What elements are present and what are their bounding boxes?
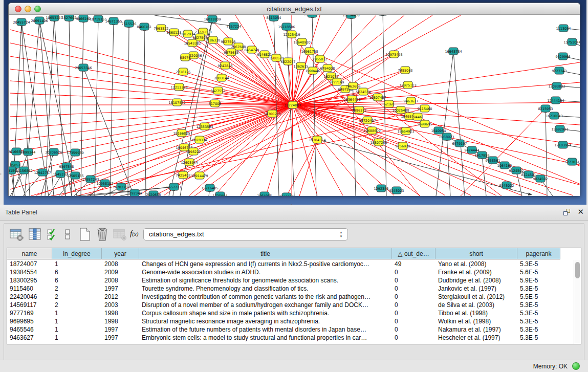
- window-titlebar[interactable]: citations_edges.txt: [9, 3, 580, 15]
- column-header-title[interactable]: title: [139, 248, 392, 259]
- network-node[interactable]: 7515526: [122, 20, 137, 27]
- network-node[interactable]: 19166825: [173, 129, 190, 137]
- network-node[interactable]: 15692931: [551, 125, 568, 133]
- table-row[interactable]: 1872400712008Changes of HCN gene express…: [7, 260, 570, 268]
- network-node[interactable]: 16914479: [191, 172, 208, 179]
- table-row[interactable]: 1830029562008Estimation of significance …: [7, 276, 570, 285]
- edit-values-icon[interactable]: [46, 227, 60, 242]
- network-node[interactable]: 12325419: [283, 31, 300, 38]
- table-row[interactable]: 946362711997Embryonic stem cells: a mode…: [7, 334, 570, 342]
- network-node[interactable]: 5824554: [356, 88, 371, 95]
- network-node[interactable]: 9463627: [404, 97, 419, 104]
- network-node[interactable]: 2803144: [214, 74, 229, 81]
- table-scrollbar[interactable]: [574, 260, 580, 344]
- table-row[interactable]: 1938455462009Genome-wide association stu…: [7, 268, 570, 276]
- network-node[interactable]: 1113054: [556, 25, 571, 32]
- network-node[interactable]: 9827508: [221, 38, 236, 45]
- close-panel-icon[interactable]: ✕: [577, 207, 584, 216]
- network-node[interactable]: 1064955: [257, 192, 272, 196]
- network-node[interactable]: 15716485: [201, 184, 218, 191]
- column-header-in_degree[interactable]: in_degree: [52, 248, 102, 259]
- svg-text:9227343: 9227343: [552, 69, 567, 73]
- network-node[interactable]: 10653247: [46, 15, 62, 21]
- network-node[interactable]: 2020658: [146, 191, 161, 196]
- column-header-year[interactable]: year: [102, 248, 139, 259]
- network-node[interactable]: 20206576: [45, 148, 62, 156]
- delete-table-icon[interactable]: [95, 227, 110, 242]
- network-node[interactable]: 8860128: [167, 29, 182, 36]
- network-node[interactable]: 17359939: [67, 149, 83, 156]
- network-node[interactable]: 1527602: [62, 15, 77, 21]
- network-node[interactable]: 7955812: [313, 55, 328, 62]
- function-builder-icon[interactable]: f(x): [130, 229, 144, 244]
- column-header-name[interactable]: name: [7, 248, 52, 259]
- network-node[interactable]: 1735994: [213, 192, 228, 196]
- network-node[interactable]: 9657771: [167, 183, 182, 190]
- network-node[interactable]: 19218506: [278, 23, 295, 30]
- network-node[interactable]: 12217991: [374, 15, 391, 15]
- network-node[interactable]: 7425402: [176, 171, 191, 179]
- table-settings-icon[interactable]: [9, 227, 24, 242]
- table-row[interactable]: 969969511998Structural magnetic resonanc…: [7, 317, 570, 325]
- network-node[interactable]: 16210643: [546, 112, 562, 119]
- select-columns-icon[interactable]: [28, 227, 42, 242]
- svg-text:1064955: 1064955: [257, 194, 272, 196]
- table-row[interactable]: 946554611997Estimation of the future num…: [7, 325, 570, 334]
- network-node[interactable]: 16648784: [445, 48, 462, 55]
- network-node[interactable]: 9227343: [552, 67, 567, 74]
- svg-text:19166825: 19166825: [173, 132, 190, 136]
- network-node[interactable]: 8813054: [267, 15, 281, 21]
- import-table-disabled-icon: [113, 227, 127, 242]
- table-cell: 0: [392, 268, 435, 276]
- network-node[interactable]: 9466160: [76, 15, 91, 22]
- network-node[interactable]: 9699695: [418, 120, 432, 127]
- network-node[interactable]: 7857224: [227, 23, 242, 30]
- table-cell: 2012: [102, 293, 139, 301]
- table-row[interactable]: 977716911998Corpus callosum shape and si…: [7, 309, 570, 317]
- rows-icon[interactable]: [63, 227, 73, 242]
- scrollbar-thumb[interactable]: [575, 262, 580, 278]
- network-node[interactable]: 62160: [384, 100, 395, 107]
- memory-ok-indicator[interactable]: [572, 362, 580, 370]
- table-row[interactable]: 1456911722003Disruption of a novel membe…: [7, 301, 570, 309]
- network-node[interactable]: 20455724: [13, 18, 30, 26]
- table-selector-dropdown[interactable]: citations_edges.txt ▲▼: [143, 228, 348, 240]
- column-header-short[interactable]: short: [435, 248, 517, 259]
- table-row[interactable]: 911546021997Tourette syndrome. Phenomeno…: [7, 285, 570, 293]
- network-node[interactable]: 6794028: [320, 64, 335, 72]
- network-node[interactable]: 9446: [413, 113, 422, 120]
- table-cell: 0: [392, 317, 435, 325]
- network-canvas[interactable]: 1872400779638228860128891293423226058982…: [9, 15, 580, 196]
- network-node[interactable]: 12975113: [399, 81, 416, 89]
- network-node[interactable]: 9329966: [556, 53, 571, 60]
- column-header-out_de[interactable]: △ out_de…: [392, 248, 435, 259]
- network-node[interactable]: 9756928: [396, 142, 410, 149]
- network-node[interactable]: 7986372: [352, 106, 367, 114]
- create-table-icon[interactable]: [78, 227, 92, 242]
- network-node[interactable]: 12093832: [548, 82, 565, 90]
- panel-collapse-handle[interactable]: ‹: [0, 170, 4, 178]
- table-cell: 9699695: [7, 317, 52, 325]
- network-node[interactable]: 14671355: [105, 17, 122, 25]
- network-node[interactable]: 8466161: [137, 23, 152, 30]
- network-node[interactable]: 16782759: [113, 183, 129, 190]
- citation-network-graph[interactable]: 1872400779638228860128891293423226058982…: [9, 15, 580, 196]
- network-node[interactable]: 10973493: [385, 51, 402, 58]
- column-header-pagerank[interactable]: pagerank: [517, 248, 560, 259]
- network-node[interactable]: 10719155: [90, 15, 106, 23]
- network-node[interactable]: 12124549: [303, 15, 320, 17]
- network-node[interactable]: 98976: [180, 54, 191, 61]
- svg-text:16543382: 16543382: [184, 41, 201, 46]
- network-node[interactable]: 8215953: [538, 105, 553, 112]
- network-node[interactable]: 317006: [209, 100, 222, 107]
- network-node[interactable]: 10807487: [369, 94, 386, 101]
- network-node[interactable]: 16033809: [204, 15, 221, 23]
- network-node[interactable]: 9115460: [418, 105, 432, 112]
- float-panel-icon[interactable]: [563, 209, 571, 216]
- network-node[interactable]: 1545193: [53, 170, 68, 178]
- network-node[interactable]: 9242848: [218, 62, 233, 69]
- network-node[interactable]: 10154408: [342, 15, 359, 18]
- table-row[interactable]: 2242004622012Investigating the contribut…: [7, 293, 570, 301]
- network-node[interactable]: 8878334: [192, 136, 207, 143]
- network-node[interactable]: 12103954: [554, 141, 571, 148]
